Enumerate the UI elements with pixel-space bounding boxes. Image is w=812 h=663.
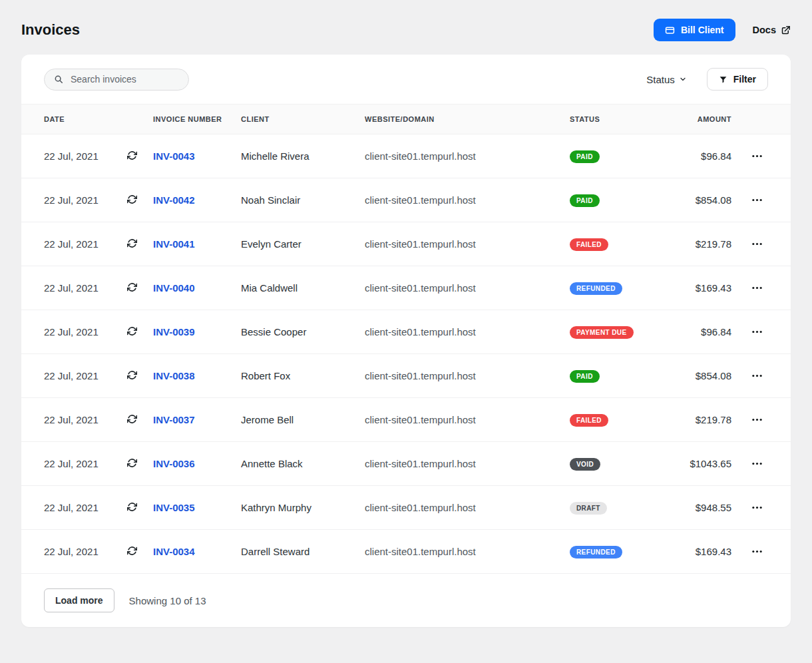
client-name: Robert Fox: [241, 370, 365, 381]
actions-cell: [745, 499, 768, 516]
website-domain: client-site01.tempurl.host: [365, 150, 570, 162]
docs-link[interactable]: Docs: [753, 25, 791, 35]
recurring-cell: [127, 150, 153, 162]
invoice-number-link[interactable]: INV-0043: [153, 150, 195, 162]
row-actions-button[interactable]: [749, 455, 765, 472]
row-actions-button[interactable]: [749, 148, 765, 164]
recurring-refresh-icon: [127, 414, 137, 424]
invoice-table-body: 22 Jul, 2021 INV-0043 Michelle Rivera cl…: [21, 134, 791, 574]
website-domain: client-site01.tempurl.host: [365, 414, 570, 425]
status-badge: REFUNDED: [570, 546, 622, 558]
recurring-refresh-icon: [127, 458, 137, 468]
invoice-date: 22 Jul, 2021: [44, 326, 127, 337]
actions-cell: [745, 411, 768, 428]
invoice-number-link[interactable]: INV-0041: [153, 238, 195, 250]
table-row: 22 Jul, 2021 INV-0038 Robert Fox client-…: [21, 354, 791, 398]
row-actions-button[interactable]: [749, 280, 765, 296]
invoice-amount: $854.08: [673, 370, 745, 381]
table-row: 22 Jul, 2021 INV-0034 Darrell Steward cl…: [21, 530, 791, 574]
invoice-number-link[interactable]: INV-0037: [153, 414, 195, 425]
row-actions-button[interactable]: [749, 192, 765, 208]
status-badge: REFUNDED: [570, 282, 622, 295]
actions-cell: [745, 543, 768, 560]
status-badge: FAILED: [570, 414, 608, 427]
status-cell: PAID: [570, 369, 673, 383]
client-name: Michelle Rivera: [241, 150, 365, 162]
status-cell: VOID: [570, 457, 673, 471]
recurring-cell: [127, 238, 153, 250]
recurring-cell: [127, 458, 153, 470]
table-row: 22 Jul, 2021 INV-0039 Bessie Cooper clie…: [21, 310, 791, 354]
row-actions-button[interactable]: [749, 543, 765, 560]
row-actions-button[interactable]: [749, 367, 765, 384]
actions-cell: [745, 192, 768, 208]
recurring-refresh-icon: [127, 150, 137, 160]
invoice-number-cell: INV-0040: [153, 282, 241, 294]
actions-cell: [745, 324, 768, 340]
invoice-amount: $96.84: [673, 326, 745, 337]
invoice-date: 22 Jul, 2021: [44, 238, 127, 250]
recurring-refresh-icon: [127, 370, 137, 380]
invoice-number-link[interactable]: INV-0040: [153, 282, 195, 294]
invoice-number-link[interactable]: INV-0042: [153, 194, 195, 206]
filter-button[interactable]: Filter: [707, 68, 768, 91]
status-cell: PAID: [570, 150, 673, 163]
invoice-number-link[interactable]: INV-0035: [153, 502, 195, 513]
row-actions-button[interactable]: [749, 236, 765, 252]
column-header-domain: Website/Domain: [365, 115, 570, 123]
recurring-refresh-icon: [127, 194, 137, 204]
invoice-number-cell: INV-0035: [153, 502, 241, 513]
invoice-number-cell: INV-0042: [153, 194, 241, 206]
status-badge: PAYMENT DUE: [570, 326, 634, 339]
invoice-date: 22 Jul, 2021: [44, 414, 127, 425]
recurring-refresh-icon: [127, 502, 137, 512]
invoice-number-cell: INV-0043: [153, 150, 241, 162]
search-input[interactable]: [69, 73, 179, 85]
client-name: Jerome Bell: [241, 414, 365, 425]
row-actions-button[interactable]: [749, 411, 765, 428]
client-name: Mia Caldwell: [241, 282, 365, 294]
filter-button-label: Filter: [733, 74, 756, 85]
page-title: Invoices: [21, 21, 80, 39]
website-domain: client-site01.tempurl.host: [365, 282, 570, 294]
bill-client-label: Bill Client: [681, 25, 724, 35]
invoice-number-link[interactable]: INV-0038: [153, 370, 195, 381]
page-header: Invoices Bill Client Docs: [21, 19, 791, 41]
table-row: 22 Jul, 2021 INV-0036 Annette Black clie…: [21, 442, 791, 486]
invoice-number-cell: INV-0038: [153, 370, 241, 381]
load-more-button[interactable]: Load more: [44, 588, 114, 612]
status-badge: PAID: [570, 370, 600, 383]
table-row: 22 Jul, 2021 INV-0042 Noah Sinclair clie…: [21, 178, 791, 222]
header-actions: Bill Client Docs: [654, 19, 791, 41]
row-actions-button[interactable]: [749, 499, 765, 516]
client-name: Darrell Steward: [241, 546, 365, 557]
invoice-number-link[interactable]: INV-0034: [153, 546, 195, 557]
status-badge: DRAFT: [570, 502, 607, 515]
invoice-number-link[interactable]: INV-0036: [153, 458, 195, 469]
invoice-date: 22 Jul, 2021: [44, 194, 127, 206]
search-box[interactable]: [44, 69, 189, 91]
invoice-amount: $854.08: [673, 194, 745, 206]
recurring-cell: [127, 414, 153, 426]
showing-count-text: Showing 10 of 13: [129, 595, 206, 606]
invoice-date: 22 Jul, 2021: [44, 458, 127, 469]
column-header-invoice-number: Invoice Number: [153, 115, 241, 123]
row-actions-button[interactable]: [749, 324, 765, 340]
invoice-number-cell: INV-0041: [153, 238, 241, 250]
invoice-amount: $169.43: [673, 546, 745, 557]
invoice-amount: $948.55: [673, 502, 745, 513]
bill-client-button[interactable]: Bill Client: [654, 19, 735, 41]
column-header-amount: Amount: [673, 115, 745, 123]
table-row: 22 Jul, 2021 INV-0043 Michelle Rivera cl…: [21, 134, 791, 178]
column-header-date: Date: [44, 115, 127, 123]
recurring-refresh-icon: [127, 546, 137, 556]
status-dropdown[interactable]: Status: [642, 73, 691, 86]
invoice-amount: $96.84: [673, 150, 745, 162]
invoice-number-link[interactable]: INV-0039: [153, 326, 195, 337]
chevron-down-icon: [679, 75, 687, 83]
table-row: 22 Jul, 2021 INV-0037 Jerome Bell client…: [21, 398, 791, 442]
website-domain: client-site01.tempurl.host: [365, 546, 570, 557]
invoice-date: 22 Jul, 2021: [44, 502, 127, 513]
table-toolbar: Status Filter: [21, 55, 791, 104]
status-badge: PAID: [570, 150, 600, 163]
